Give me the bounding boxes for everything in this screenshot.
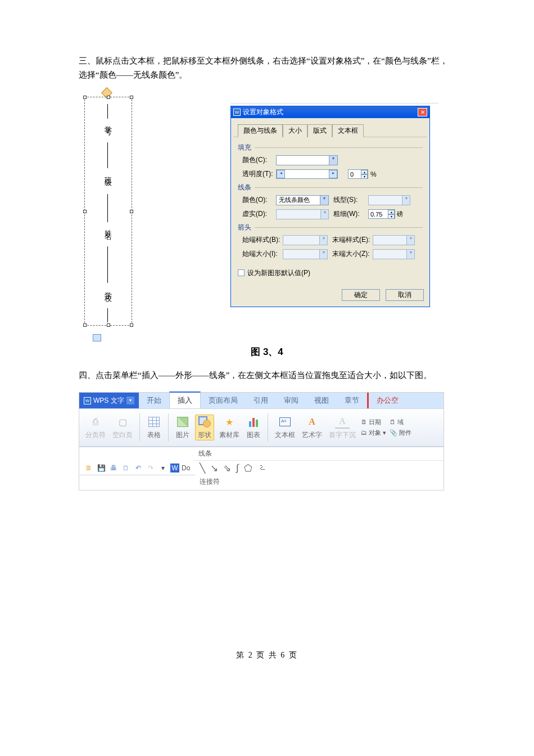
scroll-left-icon[interactable]: ◂ (277, 170, 285, 178)
end-style-dropdown[interactable]: ▾ (373, 235, 415, 245)
ribbon-label: 文本框 (275, 430, 295, 440)
ribbon-label: 表格 (147, 430, 161, 440)
spin-down-icon[interactable]: ▾ (361, 174, 368, 179)
curve-shape-icon[interactable]: ∫ (236, 462, 239, 474)
separator (168, 413, 169, 442)
redo-icon[interactable]: ↷ (146, 463, 156, 473)
chart-button[interactable]: 图表 (245, 415, 263, 440)
tab-textbox[interactable]: 文本框 (332, 124, 364, 137)
line-color-dropdown[interactable]: 无线条颜色 ▾ (276, 195, 329, 205)
tab-chapter[interactable]: 章节 (337, 393, 367, 408)
line-shape-icon[interactable]: ╲ (200, 462, 205, 474)
scribble-shape-icon[interactable]: ఽ (257, 462, 267, 474)
resize-handle[interactable] (130, 323, 133, 327)
dash-dropdown[interactable]: ▾ (276, 209, 329, 219)
tab-size[interactable]: 大小 (283, 124, 307, 137)
tab-reference[interactable]: 引用 (246, 393, 276, 408)
freeform-shape-icon[interactable]: ⬠ (244, 462, 252, 474)
wps-icon: W (84, 397, 91, 404)
resize-handle[interactable] (83, 96, 87, 99)
date-button[interactable]: 🗓 日期 (361, 418, 386, 426)
chevron-down-icon: ▾ (319, 250, 327, 259)
picture-button[interactable]: 图片 (174, 415, 192, 440)
fill-color-label: 颜色(C): (238, 155, 276, 165)
transparency-scroller[interactable]: ◂ ▸ (276, 169, 338, 179)
line-style-label: 线型(S): (329, 195, 368, 205)
attach-button[interactable]: 📎 附件 (390, 429, 411, 437)
tab-insert[interactable]: 插入 (169, 392, 201, 408)
selected-textbox[interactable]: 学号： 班级： 姓名： 学校： (84, 97, 132, 326)
ok-button[interactable]: 确定 (342, 289, 380, 301)
resize-handle[interactable] (83, 210, 87, 213)
fill-color-dropdown[interactable]: ▾ (276, 155, 338, 165)
assets-button[interactable]: ★素材库 (218, 415, 241, 440)
pagebreak-button[interactable]: ⎙分页符 (84, 415, 107, 440)
end-size-dropdown[interactable]: ▾ (373, 249, 415, 259)
ribbon-label: 附件 (399, 429, 411, 436)
ribbon-label: 域 (397, 418, 404, 425)
begin-size-label: 始端大小(I): (238, 249, 283, 259)
begin-style-dropdown[interactable]: ▾ (283, 235, 328, 245)
table-button[interactable]: 表格 (145, 415, 163, 440)
save-icon[interactable]: 💾 (96, 463, 106, 473)
wps-app-button[interactable]: W WPS 文字 ▾ (79, 393, 139, 408)
ribbon-label: 首字下沉 (329, 430, 356, 440)
wps-small-icon[interactable]: W (170, 464, 179, 472)
preview-icon[interactable]: 🗋 (121, 463, 131, 473)
wordart-button[interactable]: A艺术字 (300, 415, 324, 440)
figure-caption: 图 3、4 (79, 345, 455, 358)
tab-view[interactable]: 视图 (306, 393, 337, 408)
tab-review[interactable]: 审阅 (276, 393, 306, 408)
textbox-label: 学校： (103, 286, 114, 302)
object-format-dialog: W 设置对象格式 ✕ 颜色与线条 大小 版式 文本框 填充 颜色(C): ▾ (230, 106, 430, 307)
tab-layout[interactable]: 版式 (307, 124, 332, 137)
default-checkbox[interactable] (238, 269, 245, 276)
scroll-right-icon[interactable]: ▸ (329, 170, 337, 178)
dialog-titlebar[interactable]: W 设置对象格式 ✕ (231, 106, 429, 118)
weight-spinner[interactable]: 0.75 ▴▾ (368, 209, 395, 219)
new-icon[interactable]: 🗎 (84, 463, 94, 473)
cancel-button[interactable]: 取消 (386, 289, 424, 301)
lines-group-label: 线条 (194, 447, 444, 461)
shapes-icon (198, 416, 211, 428)
ruler (230, 92, 438, 104)
arrow-shape-icon[interactable]: ↘ (210, 462, 218, 474)
textbox-button[interactable]: 文本框 (273, 415, 297, 440)
close-icon[interactable]: ✕ (418, 108, 427, 116)
tab-color-line[interactable]: 颜色与线条 (238, 124, 283, 137)
tab-office[interactable]: 办公空 (367, 393, 406, 408)
shapes-button[interactable]: 形状 (195, 415, 214, 440)
spin-down-icon[interactable]: ▾ (388, 214, 395, 219)
double-arrow-shape-icon[interactable]: ⇘ (223, 462, 231, 474)
line (107, 308, 108, 322)
object-button[interactable]: 🗂 对象 ▾ (361, 429, 386, 437)
star-icon: ★ (222, 415, 237, 429)
weight-unit: 磅 (395, 210, 403, 218)
resize-handle[interactable] (130, 210, 133, 213)
spin-up-icon[interactable]: ▴ (388, 210, 395, 214)
transparency-label: 透明度(T): (238, 169, 276, 179)
resize-handle[interactable] (83, 323, 87, 327)
spin-up-icon[interactable]: ▴ (361, 170, 368, 174)
qat-dropdown-icon[interactable]: ▾ (158, 463, 168, 473)
transparency-spinner[interactable]: 0 ▴▾ (348, 169, 368, 179)
doc-short-label: Do (182, 464, 190, 472)
tab-start[interactable]: 开始 (139, 393, 169, 408)
smart-tag-icon[interactable] (93, 334, 101, 341)
chevron-down-icon: ▾ (406, 236, 414, 245)
chevron-down-icon: ▾ (329, 156, 337, 165)
dropcap-button[interactable]: A首字下沉 (327, 415, 357, 440)
resize-handle[interactable] (130, 96, 133, 99)
paragraph-3: 三、鼠标点击文本框，把鼠标移至文本框外侧线条，右击选择“设置对象格式”，在“颜色… (79, 54, 455, 82)
chevron-down-icon[interactable]: ▾ (126, 397, 134, 404)
blankpage-button[interactable]: ▢空白页 (111, 415, 134, 440)
line-style-dropdown[interactable]: ▾ (368, 195, 410, 205)
textbox-label: 学号： (103, 120, 114, 136)
print-icon[interactable]: 🖶 (108, 463, 119, 473)
tab-pagelayout[interactable]: 页面布局 (201, 393, 246, 408)
domain-button[interactable]: 🗒 域 (390, 418, 411, 426)
undo-icon[interactable]: ↶ (133, 463, 143, 473)
table-icon (148, 417, 160, 427)
begin-size-dropdown[interactable]: ▾ (283, 249, 328, 259)
separator (268, 413, 268, 442)
